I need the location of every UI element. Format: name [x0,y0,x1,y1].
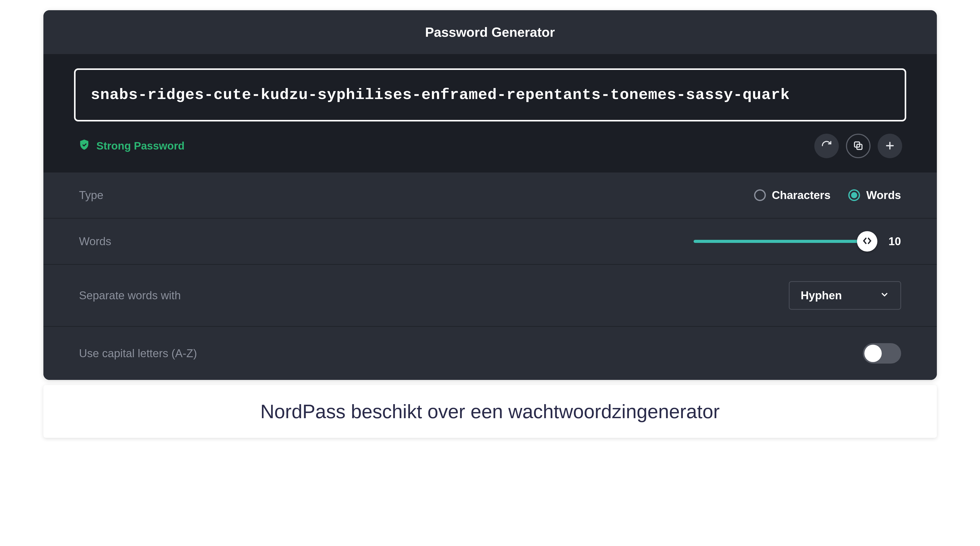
caption-bar: NordPass beschikt over een wachtwoordzin… [43,385,937,438]
words-label: Words [79,235,111,248]
capitals-label: Use capital letters (A-Z) [79,347,197,360]
chevron-down-icon [880,289,889,302]
words-slider-group: 10 [694,235,901,248]
password-generator-panel: Password Generator snabs-ridges-cute-kud… [43,10,937,380]
action-buttons [815,134,902,158]
strength-label: Strong Password [97,140,185,152]
setting-capitals-row: Use capital letters (A-Z) [43,327,937,380]
radio-label: Characters [772,189,830,202]
setting-words-row: Words 10 [43,219,937,265]
setting-separator-row: Separate words with Hyphen [43,265,937,327]
refresh-button[interactable] [815,134,839,158]
type-radio-group: Characters Words [754,189,901,202]
setting-type-row: Type Characters Words [43,173,937,219]
radio-words[interactable]: Words [848,189,901,202]
slider-grip-icon [862,236,872,247]
separator-label: Separate words with [79,289,181,302]
slider-thumb[interactable] [857,231,877,252]
words-value: 10 [889,235,901,248]
generated-password-display[interactable]: snabs-ridges-cute-kudzu-syphilises-enfra… [74,68,906,121]
add-button[interactable] [878,134,902,158]
shield-check-icon [78,138,91,153]
refresh-icon [821,140,832,152]
toggle-thumb [864,345,882,362]
words-slider[interactable] [694,240,867,243]
separator-select[interactable]: Hyphen [789,281,901,310]
radio-characters[interactable]: Characters [754,189,830,202]
copy-icon [853,140,864,152]
radio-label: Words [866,189,901,202]
password-section: snabs-ridges-cute-kudzu-syphilises-enfra… [43,54,937,173]
capitals-toggle[interactable] [863,343,901,363]
panel-title: Password Generator [43,10,937,54]
password-meta-row: Strong Password [74,121,906,160]
copy-button[interactable] [846,134,870,158]
separator-selected: Hyphen [801,289,842,302]
type-label: Type [79,189,103,202]
settings-section: Type Characters Words Words [43,173,937,380]
radio-icon-selected [848,189,860,201]
password-strength: Strong Password [78,138,185,153]
plus-icon [884,140,896,152]
radio-icon [754,189,766,201]
